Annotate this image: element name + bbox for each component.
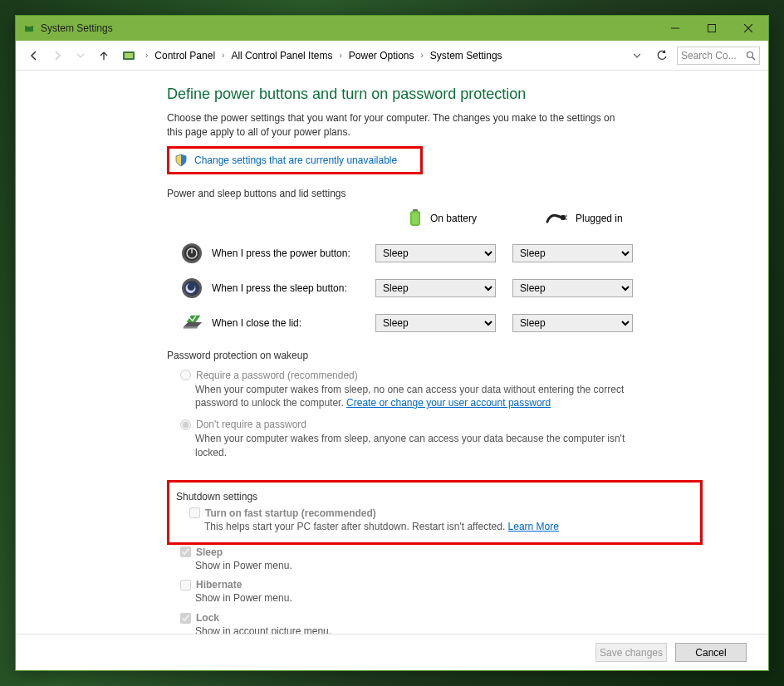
chk-fast-startup-input [189,507,200,518]
radio-require-password-input [180,370,191,380]
power-grid: On battery Plugged in When I press the p… [180,208,743,335]
radio-require-password-label: Require a password (recommended) [196,370,358,381]
chevron-right-icon: › [144,51,149,60]
control-panel-icon [120,47,137,64]
chk-hibernate-input [180,580,191,590]
plug-icon [546,212,567,226]
svg-rect-13 [561,215,566,220]
close-button[interactable] [730,17,767,40]
power-button-battery-select[interactable]: Sleep [375,244,496,262]
chevron-right-icon: › [419,51,425,60]
require-password-desc: When your computer wakes from sleep, no … [195,383,627,411]
cancel-button[interactable]: Cancel [675,643,747,662]
sleep-button-battery-select[interactable]: Sleep [375,279,496,297]
chevron-right-icon: › [220,51,226,60]
chk-hibernate-label: Hibernate [196,579,242,590]
radio-require-password: Require a password (recommended) [180,370,743,381]
col-plugged-header: Plugged in [512,212,649,226]
create-password-link[interactable]: Create or change your user account passw… [346,397,551,409]
recent-dropdown[interactable] [71,46,91,66]
content-area: Define power buttons and turn on passwor… [16,71,768,634]
chk-sleep-input [180,546,191,557]
window-title: System Settings [41,22,657,34]
hibernate-desc: Show in Power menu. [195,591,743,605]
power-section-label: Power and sleep buttons and lid settings [167,188,743,199]
row-sleep-button: When I press the sleep button: [180,277,375,300]
app-icon [22,22,36,35]
svg-line-9 [752,57,755,60]
crumb-all-items[interactable]: All Control Panel Items [228,48,336,63]
maximize-button[interactable] [693,17,730,40]
chk-sleep-label: Sleep [196,546,223,558]
crumb-system-settings[interactable]: System Settings [427,48,506,63]
battery-icon [409,208,422,230]
address-bar: › Control Panel › All Control Panel Item… [16,41,768,71]
sleep-button-icon [180,277,203,300]
svg-rect-1 [27,24,32,27]
sleep-desc: Show in Power menu. [195,559,743,573]
highlight-change-settings: Change settings that are currently unava… [167,146,423,174]
crumb-control-panel[interactable]: Control Panel [151,48,218,63]
lid-battery-select[interactable]: Sleep [375,314,496,332]
page-title: Define power buttons and turn on passwor… [167,86,743,103]
learn-more-link[interactable]: Learn More [508,521,559,532]
lid-icon [180,311,203,335]
chk-fast-startup-label: Turn on fast startup (recommended) [205,507,376,519]
titlebar: System Settings [16,16,768,41]
row-lid: When I close the lid: [180,311,375,335]
radio-no-password: Don't require a password [180,419,743,430]
no-password-desc: When your computer wakes from sleep, any… [195,432,627,460]
save-button: Save changes [595,643,667,662]
minimize-button[interactable] [657,17,693,40]
chevron-right-icon: › [337,51,343,60]
power-button-icon [180,242,203,265]
chk-lock: Lock [180,612,743,624]
row-power-button: When I press the power button: [180,242,375,265]
radio-no-password-input [180,419,191,430]
col-battery-header: On battery [375,208,512,230]
page-subtitle: Choose the power settings that you want … [167,111,632,140]
chk-fast-startup: Turn on fast startup (recommended) [189,507,559,519]
chk-lock-label: Lock [196,612,219,624]
change-settings-link[interactable]: Change settings that are currently unava… [194,154,397,166]
svg-rect-7 [125,53,133,58]
chk-hibernate: Hibernate [180,579,743,590]
window: System Settings › Control Panel › All Co… [15,15,769,671]
svg-rect-0 [25,26,33,32]
password-section-label: Password protection on wakeup [167,350,743,361]
power-button-plugged-select[interactable]: Sleep [512,244,633,262]
radio-no-password-label: Don't require a password [196,419,306,430]
svg-rect-3 [708,25,716,32]
highlight-shutdown-settings: Shutdown settings Turn on fast startup (… [167,480,703,545]
search-icon [746,51,756,61]
forward-button[interactable] [47,46,67,66]
search-placeholder: Search Co... [681,50,737,61]
chk-sleep: Sleep [180,546,743,558]
svg-point-8 [747,51,753,57]
sleep-button-plugged-select[interactable]: Sleep [512,279,633,297]
crumb-power-options[interactable]: Power Options [345,48,418,63]
up-button[interactable] [94,46,114,66]
lid-plugged-select[interactable]: Sleep [512,314,633,332]
fast-startup-desc: This helps start your PC faster after sh… [204,520,559,534]
breadcrumb: › Control Panel › All Control Panel Item… [144,48,624,63]
address-dropdown[interactable] [627,46,647,66]
search-input[interactable]: Search Co... [677,47,760,65]
svg-rect-12 [412,213,419,224]
footer: Save changes Cancel [16,634,768,670]
refresh-button[interactable] [652,46,672,66]
back-button[interactable] [24,46,44,66]
lock-desc: Show in account picture menu. [195,625,743,634]
chk-lock-input [180,613,191,624]
shield-icon [174,154,188,167]
shutdown-section-label: Shutdown settings [176,491,559,502]
